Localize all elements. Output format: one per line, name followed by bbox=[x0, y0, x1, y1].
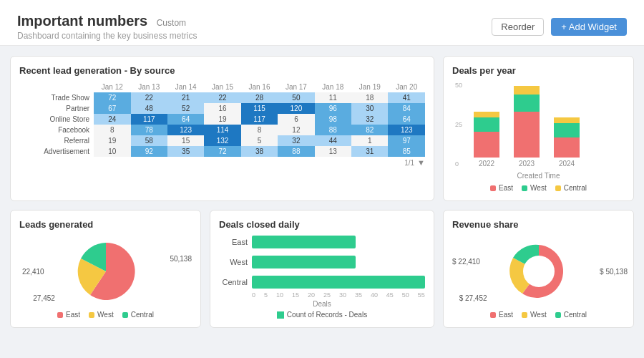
bar-west bbox=[252, 256, 356, 268]
donut-label-right: $ 50,138 bbox=[600, 267, 628, 275]
deals-bar-chart: 50 25 0 202220232024 bbox=[452, 82, 625, 182]
page-title: Important numbers bbox=[17, 13, 147, 29]
leads-legend: East West Central bbox=[19, 311, 192, 319]
donut-label-bottom: $ 27,452 bbox=[459, 294, 487, 302]
pie-label-bottom: 27,452 bbox=[33, 294, 55, 302]
deals-horiz-bars: East West Central bbox=[219, 236, 425, 289]
pie-label-right: 50,138 bbox=[170, 255, 192, 263]
deals-legend: East West Central bbox=[452, 184, 625, 192]
leads-pie-chart bbox=[74, 239, 138, 304]
pie-label-left: 22,410 bbox=[22, 267, 44, 275]
leads-generated-card: Leads generated 22,410 50,138 27,452 Eas… bbox=[10, 210, 201, 328]
bar-group-2024: 2024 bbox=[554, 117, 580, 168]
deals-axis-title: Deals bbox=[219, 300, 425, 308]
deals-closed-title: Deals closed daily bbox=[219, 219, 425, 230]
bar-east bbox=[252, 236, 356, 248]
heatmap-pagination: 1/1 ▼ bbox=[19, 158, 425, 167]
revenue-share-card: Revenue share $ 22,410 $ 50,138 $ 27,452… bbox=[443, 210, 634, 328]
heatmap-table: Jan 12 Jan 13 Jan 14 Jan 15 Jan 16 Jan 1… bbox=[19, 82, 425, 157]
revenue-title: Revenue share bbox=[452, 219, 625, 230]
deals-legend-label: Count of Records - Deals bbox=[287, 311, 367, 319]
deals-year-title: Deals per year bbox=[452, 65, 625, 76]
bar-group-2023: 2023 bbox=[514, 86, 540, 168]
bar-row-east: East bbox=[219, 236, 425, 248]
bar-central bbox=[252, 276, 425, 289]
custom-badge: Custom bbox=[157, 18, 186, 28]
reorder-button[interactable]: Reorder bbox=[492, 18, 544, 36]
deals-closed-legend: Count of Records - Deals bbox=[219, 311, 425, 319]
lead-gen-title: Recent lead generation - By source bbox=[19, 65, 425, 76]
deals-legend-color bbox=[277, 311, 284, 319]
lead-generation-card: Recent lead generation - By source Jan 1… bbox=[10, 56, 434, 201]
bar-row-central: Central bbox=[219, 276, 425, 289]
svg-point-0 bbox=[523, 256, 555, 287]
bar-row-west: West bbox=[219, 256, 425, 268]
donut-label-left: $ 22,410 bbox=[452, 258, 480, 266]
leads-title: Leads generated bbox=[19, 219, 192, 230]
revenue-donut: $ 22,410 $ 50,138 $ 27,452 bbox=[452, 238, 625, 304]
add-widget-button[interactable]: + Add Widget bbox=[551, 18, 627, 36]
revenue-legend: East West Central bbox=[452, 311, 625, 319]
deals-x-axis: 0 5 10 15 20 25 30 35 40 45 50 55 bbox=[219, 291, 425, 299]
page-subtitle: Dashboard containing the key business me… bbox=[17, 31, 197, 41]
deals-closed-card: Deals closed daily East West Central 0 5… bbox=[210, 210, 434, 328]
deals-per-year-card: Deals per year 50 25 0 202220232024 Crea… bbox=[443, 56, 634, 201]
bar-group-2022: 2022 bbox=[474, 112, 499, 168]
